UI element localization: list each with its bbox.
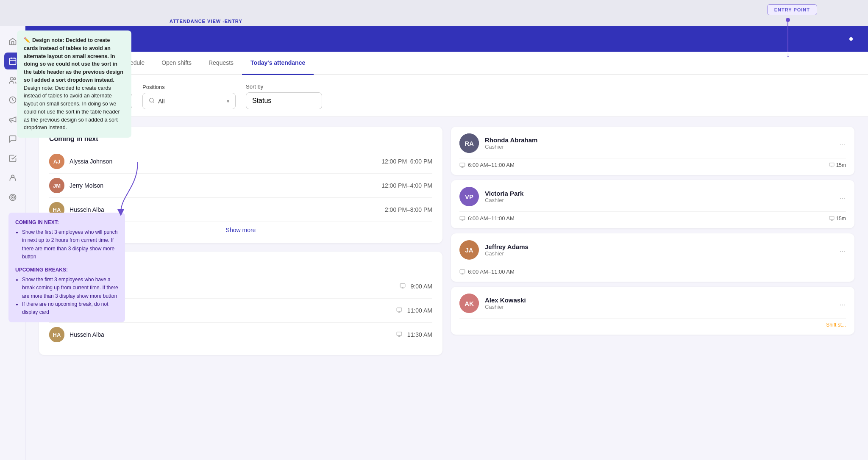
avatar: AJ: [49, 154, 64, 169]
more-options-icon[interactable]: …: [839, 246, 846, 254]
entry-point-badge: ENTRY POINT: [767, 4, 817, 15]
svg-text:AK: AK: [465, 300, 474, 307]
badge-label: 15m: [836, 216, 846, 222]
svg-rect-46: [397, 332, 402, 335]
screen-icon: [829, 162, 835, 168]
sidebar-icon-task[interactable]: [4, 150, 21, 167]
positions-search-icon: [149, 97, 155, 105]
employee-card-name: Jeffrey Adams: [485, 243, 833, 250]
avatar: RA: [459, 133, 479, 153]
design-note: ✏️Design note: Decided to create cards i…: [17, 30, 131, 138]
avatar: HA: [49, 327, 64, 342]
list-item: AJ Alyssia Johnson 12:00 PM–6:00 PM: [49, 150, 432, 174]
break-time: 9:00 AM: [411, 283, 432, 290]
avatar: VP: [459, 187, 479, 206]
employee-card-role: Cashier: [485, 304, 833, 310]
sidebar-icon-target[interactable]: [4, 189, 21, 206]
employee-card-name: Rhonda Abraham: [485, 136, 833, 144]
break-employee-name: Hussein Alba: [70, 331, 391, 338]
svg-rect-41: [397, 308, 402, 311]
employee-name: Hussein Alba: [70, 206, 380, 213]
svg-text:HA: HA: [53, 207, 61, 213]
svg-text:VP: VP: [465, 193, 473, 200]
employee-time: 2:00 PM–8:00 PM: [385, 206, 432, 213]
positions-filter-value: All: [158, 98, 223, 105]
employee-time: 12:00 PM–4:00 PM: [381, 182, 432, 189]
employee-shift-hours: 6:00 AM–11:00 AM: [459, 162, 826, 168]
employee-card[interactable]: VP Victoria Park Cashier … 6:00 AM–11:00…: [451, 180, 854, 228]
employee-time: 12:00 PM–6:00 PM: [381, 158, 432, 165]
employee-card-role: Cashier: [485, 250, 833, 257]
employee-card-name: Victoria Park: [485, 190, 833, 197]
more-options-icon[interactable]: …: [839, 299, 846, 307]
sortby-select[interactable]: Status: [246, 92, 322, 109]
svg-point-26: [150, 98, 153, 102]
tab-todays-attendance[interactable]: Today's attendance: [242, 52, 314, 75]
employee-name: Jerry Molson: [70, 182, 376, 189]
design-note-text: Design note: Decided to create cards ins…: [24, 85, 120, 131]
svg-rect-67: [460, 269, 465, 273]
employee-card-name: Alex Kowaski: [485, 297, 833, 304]
svg-rect-54: [829, 163, 834, 166]
list-item: HA Hussein Alba 11:30 AM: [49, 323, 432, 346]
attendance-view-label: ATTENDANCE VIEW -ENTRY: [170, 19, 242, 24]
page-header: Schedule: [25, 26, 868, 52]
svg-rect-51: [460, 163, 465, 166]
employee-shift-hours: 6:00 AM–11:00 AM: [459, 215, 826, 222]
shift-clock-icon: [459, 269, 465, 275]
svg-rect-0: [9, 58, 16, 64]
employee-card[interactable]: AK Alex Kowaski Cashier … Shift st...: [451, 287, 854, 335]
svg-line-27: [153, 102, 154, 103]
employee-card-role: Cashier: [485, 144, 833, 150]
tab-requests[interactable]: Requests: [200, 52, 242, 75]
shift-status-badge: Shift st...: [826, 322, 846, 328]
badge-label: 15m: [836, 162, 846, 168]
svg-text:JA: JA: [465, 247, 473, 254]
svg-rect-36: [400, 283, 405, 287]
screen-icon: [829, 216, 835, 221]
more-options-icon[interactable]: …: [839, 193, 846, 200]
svg-rect-62: [829, 216, 834, 220]
employee-card[interactable]: RA Rhonda Abraham Cashier … 6:00 AM–11:0…: [451, 127, 854, 175]
svg-text:RA: RA: [465, 140, 474, 147]
sortby-label: Sort by: [246, 83, 322, 90]
break-time: 11:00 AM: [407, 307, 432, 314]
break-screen-icon: [400, 283, 406, 290]
annotation-bullet-1: Show the first 3 employees who will punc…: [22, 228, 118, 261]
avatar: JA: [459, 240, 479, 260]
tab-open-shifts[interactable]: Open shifts: [153, 52, 200, 75]
employee-name: Alyssia Johnson: [70, 158, 376, 165]
break-time: 11:30 AM: [407, 331, 432, 338]
positions-filter-select[interactable]: All ▾: [142, 93, 236, 109]
svg-text:AJ: AJ: [53, 158, 61, 165]
list-item: JM Jerry Molson 12:00 PM–4:00 PM: [49, 174, 432, 198]
sortby-value: Status: [252, 97, 271, 105]
more-options-icon[interactable]: …: [839, 139, 846, 147]
break-screen-icon: [396, 331, 402, 338]
employee-cards-column: RA Rhonda Abraham Cashier … 6:00 AM–11:0…: [451, 127, 854, 450]
svg-rect-59: [460, 216, 465, 219]
shift-clock-icon: [459, 216, 465, 222]
filters-bar: Employees All ▾ Positions All ▾: [25, 75, 868, 116]
show-more-button[interactable]: Show more: [226, 227, 256, 233]
svg-text:JM: JM: [53, 183, 61, 189]
positions-chevron-icon: ▾: [227, 98, 229, 104]
svg-text:HA: HA: [53, 332, 61, 338]
annotation-bullet-3: If there are no upcoming break, do not d…: [22, 300, 118, 316]
employee-card[interactable]: JA Jeffrey Adams Cashier … 6:00 AM–11:00…: [451, 233, 854, 282]
annotation-bullet-2: Show the first 3 employees who have a br…: [22, 276, 118, 300]
employee-shift-hours: 6:00 AM–11:00 AM: [459, 269, 846, 275]
avatar: JM: [49, 178, 64, 193]
annotation-coming-in-next: COMING IN NEXT: Show the first 3 employe…: [15, 219, 118, 261]
annotation-upcoming-breaks: UPCOMING BREAKS: Show the first 3 employ…: [15, 266, 118, 316]
sidebar-icon-team[interactable]: [4, 169, 21, 186]
avatar: AK: [459, 294, 479, 313]
employee-card-role: Cashier: [485, 197, 833, 203]
svg-point-10: [12, 197, 13, 198]
shift-clock-icon: [459, 162, 465, 168]
nav-tabs: My schedule Manage schedule Open shifts …: [25, 52, 868, 75]
positions-filter-label: Positions: [142, 84, 236, 90]
svg-point-5: [13, 78, 15, 80]
annotation-arrow-svg: [117, 162, 142, 217]
svg-point-4: [10, 78, 13, 80]
